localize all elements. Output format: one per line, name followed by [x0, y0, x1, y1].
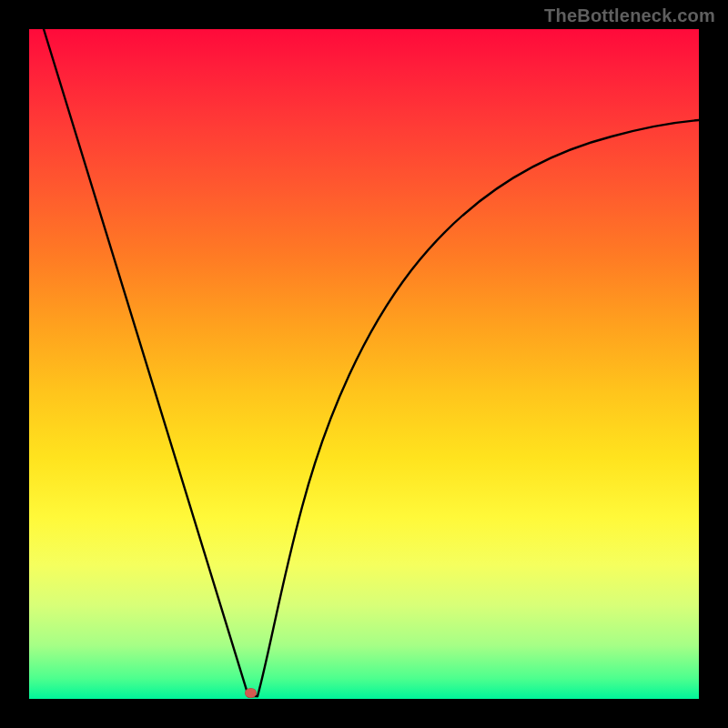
curve-left-segment [44, 29, 248, 696]
bottleneck-curve [29, 29, 699, 699]
chart-frame: TheBottleneck.com [0, 0, 728, 728]
optimal-point-marker [245, 688, 257, 698]
curve-right-segment [258, 120, 699, 696]
watermark-text: TheBottleneck.com [544, 5, 715, 26]
plot-area [29, 29, 699, 699]
